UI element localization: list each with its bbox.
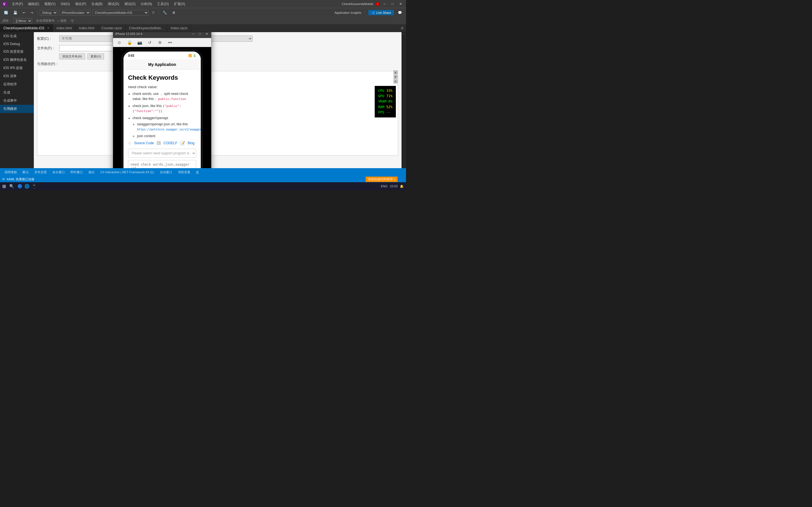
- redo-btn[interactable]: ↪: [29, 10, 35, 15]
- tab-counter[interactable]: Counter.razor: [98, 24, 126, 32]
- feedback-btn[interactable]: 💬: [396, 10, 404, 15]
- tab-index2[interactable]: index.html: [75, 24, 98, 32]
- save-btn[interactable]: 💾: [11, 10, 19, 15]
- process-dropdown[interactable]: [] Mono: [13, 18, 32, 23]
- scroll-down-btn[interactable]: ▼: [394, 75, 398, 79]
- taskbar-vs-icon[interactable]: 🔵: [17, 184, 22, 188]
- codelf-link[interactable]: CODELF: [163, 141, 177, 145]
- menu-view[interactable]: 视图(V): [42, 1, 58, 7]
- fps-value: --: [386, 110, 390, 114]
- bottom-tab-command[interactable]: 命令窗口: [50, 170, 67, 175]
- close-window-btn[interactable]: ✕: [398, 1, 404, 6]
- sidebar-item-ios-debug[interactable]: iOS Debug: [0, 40, 34, 48]
- phone-lock-icon[interactable]: 🔒: [126, 40, 132, 45]
- scroll-up-btn[interactable]: ▲: [394, 70, 398, 74]
- menu-debug[interactable]: 调试(D): [105, 1, 121, 7]
- sidebar-item-ios-resources[interactable]: iOS 按需资源: [0, 48, 34, 56]
- scroll-controls: ▲ ▼ ✕: [393, 70, 398, 84]
- sidebar-item-build[interactable]: 生成: [0, 89, 34, 97]
- cpu-value: 33%: [386, 89, 393, 93]
- taskbar-search-icon[interactable]: 🔍: [9, 184, 14, 188]
- bottom-tab-exceptions[interactable]: 异常设置: [32, 170, 49, 175]
- fps-label: FPS: [378, 110, 384, 114]
- phone-nav-bar: My Application: [123, 59, 201, 69]
- tab-index1[interactable]: index.html: [53, 24, 75, 32]
- menu-extensions[interactable]: 扩展(X): [172, 1, 188, 7]
- bottom-tab-watch[interactable]: 监: [194, 170, 201, 175]
- phone-minimize-btn[interactable]: ─: [191, 32, 195, 36]
- menu-git[interactable]: Git(G): [58, 1, 72, 6]
- sidebar-label-6: 应用程序: [3, 82, 17, 86]
- add-source-btn[interactable]: 添加到源代码管理 +: [366, 177, 398, 182]
- bottom-tab-locals[interactable]: 局部变量: [175, 170, 193, 175]
- wifi-icon: 📶: [188, 54, 192, 57]
- filter-btn[interactable]: ▽: [150, 10, 156, 15]
- tools-btn[interactable]: 🔧: [161, 10, 168, 15]
- sidebar-label-8: 生成事件: [3, 99, 17, 103]
- taskbar-phone-icon[interactable]: 📱: [32, 184, 36, 188]
- tab-index-razor[interactable]: Index.razor: [167, 24, 191, 32]
- notification-icon[interactable]: 🔔: [400, 184, 404, 188]
- windows-start-icon[interactable]: ⊞: [2, 184, 6, 189]
- folder-row: 文件夹(F)：: [37, 45, 398, 51]
- filter-threads-btn[interactable]: ▽: [69, 18, 75, 23]
- sidebar-label-4: iOS IPA 选项: [3, 66, 22, 70]
- maximize-btn[interactable]: □: [390, 1, 395, 6]
- menu-analyze[interactable]: 分析(N): [139, 1, 154, 7]
- simulator-dropdown[interactable]: iPhoneSimulator: [59, 10, 91, 15]
- menu-edit[interactable]: 编辑(E): [26, 1, 42, 7]
- debug-dropdown[interactable]: Debug: [40, 10, 57, 15]
- sidebar-item-build-events[interactable]: 生成事件: [0, 97, 34, 105]
- phone-settings-icon[interactable]: ⚙: [157, 40, 163, 45]
- remove-btn[interactable]: ✕: [394, 79, 398, 83]
- project-settings-form: 配置(C)： 不可用 平台(M)： 不可用 文件夹(F)： 添加文件夹(A) 更…: [34, 32, 402, 168]
- taskbar-browser-icon[interactable]: 🌐: [24, 184, 29, 188]
- sidebar-item-app[interactable]: 应用程序: [0, 80, 34, 89]
- update-btn[interactable]: 更新(U): [87, 54, 104, 59]
- phone-rotate-icon[interactable]: ↺: [147, 40, 153, 45]
- tab-settings-icon[interactable]: ⚙: [398, 24, 406, 32]
- phone-home-icon[interactable]: ⊙: [116, 40, 122, 45]
- sidebar-label-2: iOS 按需资源: [3, 50, 23, 54]
- phone-more-icon[interactable]: •••: [167, 40, 173, 45]
- blog-link[interactable]: Blog: [188, 141, 195, 145]
- menu-build[interactable]: 生成(B): [89, 1, 105, 7]
- bottom-tab-output[interactable]: 输出: [86, 170, 97, 175]
- sidebar-item-ios-bundle[interactable]: iOS 捆绑包签名: [0, 56, 34, 64]
- phone-close-btn[interactable]: ✕: [204, 32, 209, 36]
- bottom-tab-csharp[interactable]: C# Interactive (.NET Framework 64 位): [98, 170, 156, 175]
- undo-btn[interactable]: ↩: [21, 10, 27, 15]
- swagger-sub-list: swagger/openapi json url, like this http…: [133, 122, 196, 138]
- sidebar-item-reference-path[interactable]: 引用路径: [0, 105, 34, 113]
- tab-label-3: Counter.razor: [101, 26, 122, 30]
- language-select[interactable]: Please select need support program lang.…: [128, 149, 196, 158]
- bottom-tab-callstack[interactable]: 调用堆栈: [2, 170, 19, 175]
- sidebar-item-ios-build[interactable]: iOS 生成: [0, 32, 34, 40]
- bottom-tab-immediate[interactable]: 即时窗口: [68, 170, 85, 175]
- menu-project[interactable]: 项目(P): [73, 1, 89, 7]
- phone-title: iPhone 12 iOS 14.4: [115, 32, 189, 36]
- cpu-label: CPU: [378, 89, 384, 93]
- minimize-btn[interactable]: ─: [382, 1, 388, 6]
- add-folder-btn[interactable]: 添加文件夹(A): [59, 54, 85, 59]
- project-dropdown[interactable]: CheckKeywordsMobile.iOS: [92, 10, 149, 15]
- tab-checkmobi[interactable]: CheckKeywordsMobi...: [126, 24, 167, 32]
- toolbar-right: Application Insights 👥 Live Share 💬: [335, 10, 404, 15]
- phone-maximize-btn[interactable]: □: [198, 32, 202, 36]
- live-share-btn[interactable]: 👥 Live Share: [368, 10, 394, 15]
- check-textarea[interactable]: [128, 160, 196, 168]
- tab-checkios[interactable]: CheckKeywordsMobile.iOS ✕: [0, 24, 53, 32]
- phone-screenshot-icon[interactable]: 📷: [137, 40, 142, 45]
- bottom-tab-auto[interactable]: 自动窗口: [158, 170, 174, 175]
- menu-file[interactable]: 文件(F): [10, 1, 25, 7]
- tab-close-0[interactable]: ✕: [47, 26, 49, 30]
- menu-test[interactable]: 测试(S): [122, 1, 138, 7]
- source-code-link[interactable]: Source Code: [134, 141, 154, 145]
- sidebar-item-ios-manifest[interactable]: iOS 清单: [0, 72, 34, 80]
- menu-tools[interactable]: 工具(O): [155, 1, 171, 7]
- monitor-btn[interactable]: 🖥: [170, 10, 177, 15]
- bottom-tab-breakpoints[interactable]: 断点: [20, 170, 31, 175]
- sidebar-label-5: iOS 清单: [3, 74, 17, 78]
- sidebar-item-ios-ipa[interactable]: iOS IPA 选项: [0, 64, 34, 72]
- new-file-btn[interactable]: 🔄: [2, 10, 10, 15]
